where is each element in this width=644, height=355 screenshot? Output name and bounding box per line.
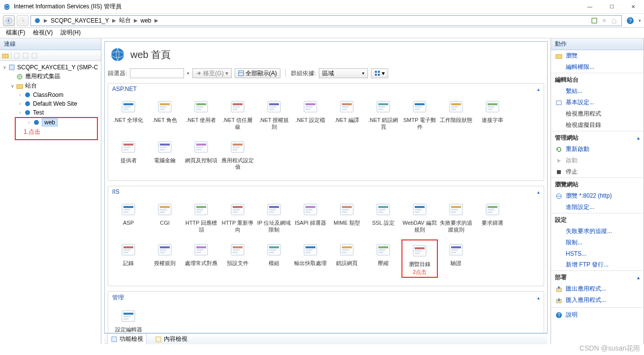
breadcrumb-web[interactable]: web [140,17,153,24]
feature-item[interactable]: .NET 編譯 [329,96,365,133]
tree-node-site[interactable]: › Test [0,108,101,117]
feature-item[interactable]: 電腦金鑰 [147,137,183,173]
action-view-vdirs[interactable]: 檢視虛擬目錄 [551,119,644,131]
tree-node-site[interactable]: › ClassRoom [0,90,101,99]
feature-item[interactable]: ASP [110,199,147,236]
action-edit-permissions[interactable]: 編輯權限... [551,61,644,73]
action-help[interactable]: ? 說明 [551,309,644,321]
collapse-icon[interactable]: ∨ [9,84,16,89]
feature-item[interactable]: WebDAV 編寫規則 [401,199,438,236]
feature-item[interactable]: SSL 設定 [365,199,401,236]
collapse-chevron-icon[interactable]: ▴ [537,87,540,92]
collapse-chevron-icon[interactable]: ▴ [637,275,640,280]
feature-item[interactable]: 錯誤網頁 [329,239,365,278]
collapse-chevron-icon[interactable]: ▴ [637,135,640,141]
nav-back-button[interactable] [3,15,15,26]
address-home-icon[interactable] [610,16,618,25]
action-failed-trace[interactable]: 失敗要求的追蹤... [551,226,644,237]
tree-tool-icon[interactable] [2,52,9,59]
action-hsts[interactable]: HSTS... [551,248,644,259]
action-view-apps[interactable]: 檢視應用程式 [551,108,644,119]
feature-item[interactable]: .NET 信任層級 [219,96,256,133]
feature-item[interactable]: .NET 錯誤網頁 [365,96,401,133]
tree-node-web[interactable]: › web [16,118,97,127]
breadcrumb[interactable]: ▶ SCQPC_KAYCEE1_Y ▶ 站台 ▶ web ▶ ✕ [31,15,622,26]
feature-item[interactable]: 授權規則 [147,239,183,278]
actions-scroll[interactable]: 瀏覽 編輯權限... 編輯站台 繫結... 基本設定... 檢視應用程式 檢視虛… [551,50,644,344]
action-browse-url[interactable]: 瀏覽 *:8022 (http) [551,190,644,202]
feature-item[interactable]: 網頁及控制項 [183,137,219,173]
collapse-chevron-icon[interactable]: ▴ [537,189,540,195]
collapse-icon[interactable]: ∨ [1,65,8,70]
group-header-mgmt[interactable]: 管理 ▴ [108,292,544,304]
feature-item[interactable]: 處理常式對應 [183,239,219,278]
action-add-ftp[interactable]: 新增 FTP 發行... [551,259,644,270]
expand-icon[interactable]: › [17,101,24,106]
feature-item[interactable]: 要求篩選 [474,199,511,236]
menu-file[interactable]: 檔案(F) [2,28,29,38]
action-advanced[interactable]: 進階設定... [551,202,644,213]
menu-view[interactable]: 檢視(V) [29,28,57,38]
goto-button[interactable]: 移至(G) ▾ [192,68,231,78]
address-refresh-icon[interactable] [590,16,599,25]
menu-help[interactable]: 說明(H) [57,28,85,38]
dropdown-chevron-icon[interactable]: ▾ [187,71,189,76]
dropdown-chevron-icon[interactable]: ▾ [639,18,641,23]
feature-item[interactable]: 壓縮 [365,239,401,278]
address-stop-icon[interactable]: ✕ [600,16,609,25]
groupby-select[interactable]: 區域 ▾ [319,68,368,78]
feature-item[interactable]: .NET 授權規則 [256,96,292,133]
feature-item[interactable]: .NET 使用者 [183,96,219,133]
feature-item[interactable]: 提供者 [110,137,147,173]
feature-item[interactable]: 驗證 [438,239,474,278]
action-stop[interactable]: 停止 [551,166,644,178]
tree-node-site[interactable]: › Default Web Site [0,99,101,108]
tree-tool-icon[interactable] [22,52,29,59]
action-bindings[interactable]: 繫結... [551,86,644,97]
expand-icon[interactable]: › [17,92,24,97]
feature-item[interactable]: .NET 設定檔 [292,96,329,133]
nav-forward-button[interactable] [17,15,29,26]
close-button[interactable]: ✕ [622,0,644,13]
collapse-chevron-icon[interactable]: ▴ [537,295,540,300]
maximize-button[interactable]: ☐ [601,0,622,13]
expand-icon[interactable]: › [17,110,24,115]
action-explore[interactable]: 瀏覽 [551,50,644,61]
tab-content[interactable]: 內容檢視 [152,333,191,344]
feature-item[interactable]: IP 位址及網域限制 [256,199,292,236]
feature-item[interactable]: MIME 類型 [329,199,365,236]
feature-item[interactable]: HTTP 重新導向 [219,199,256,236]
feature-item[interactable]: 應用程式設定值 [219,137,256,173]
feature-item[interactable]: 輸出快取處理 [292,239,329,278]
feature-item[interactable]: 模組 [256,239,292,278]
action-limits[interactable]: 限制... [551,237,644,248]
feature-item[interactable]: .NET 角色 [147,96,183,133]
action-restart[interactable]: 重新啟動 [551,144,644,155]
feature-item[interactable]: 設定編輯器 [110,306,147,333]
feature-item[interactable]: 瀏覽目錄2点击 [401,239,438,278]
tree-node-apppools[interactable]: 應用程式集區 [0,72,101,81]
tree-tool-icon[interactable] [13,52,20,59]
showall-button[interactable]: 全部顯示(A) [235,68,280,78]
tree-node-server[interactable]: ∨ SCQPC_KAYCEE1_Y (SMP-C [0,63,101,72]
tree-tool-icon[interactable] [31,52,38,59]
action-basic-settings[interactable]: 基本設定... [551,97,644,108]
feature-item[interactable]: 失敗要求的追蹤規則 [438,199,474,236]
view-mode-button[interactable]: ▾ [371,68,388,78]
tree-node-sites[interactable]: ∨ 站台 [0,81,101,90]
feature-item[interactable]: 工作階段狀態 [438,96,474,133]
filter-input[interactable] [130,68,184,78]
help-icon[interactable]: ? [626,16,635,25]
feature-item[interactable]: HTTP 回應標頭 [183,199,219,236]
feature-item[interactable]: SMTP 電子郵件 [401,96,438,133]
breadcrumb-server[interactable]: SCQPC_KAYCEE1_Y [50,17,110,24]
expand-icon[interactable]: › [26,120,32,125]
feature-item[interactable]: 預設文件 [219,239,256,278]
feature-scroll[interactable]: ASP.NET ▴ .NET 全球化.NET 角色.NET 使用者.NET 信任… [108,80,544,333]
tab-features[interactable]: 功能檢視 [107,333,147,344]
feature-item[interactable]: CGI [147,199,183,236]
feature-item[interactable]: .NET 全球化 [110,96,147,133]
group-header-aspnet[interactable]: ASP.NET ▴ [108,84,544,94]
action-import-app[interactable]: 匯入應用程式... [551,295,644,306]
group-header-iis[interactable]: IIS ▴ [108,186,544,197]
